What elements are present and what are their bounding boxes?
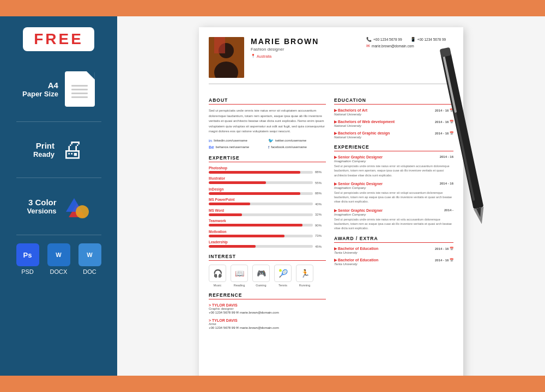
bottom-bar	[0, 376, 545, 392]
skill-item: Leadership 45%	[209, 240, 326, 248]
color-versions-icon	[63, 193, 90, 220]
skill-name: Leadership	[209, 240, 326, 244]
resume-name-area: MARIE BROWN Fashion designer 📍 Australia	[251, 37, 360, 78]
printer-icon: 🖨	[61, 137, 84, 163]
psd-format: Ps PSD	[16, 243, 39, 275]
skill-bar-bg	[209, 224, 313, 226]
skill-pct: 88%	[315, 192, 326, 195]
interest-item: 🎮 Gaming	[252, 265, 270, 287]
resume-col-right: EDUCATION ▶ Bachelors of Art 2014 - 16 📅…	[334, 92, 453, 334]
top-bar	[0, 0, 545, 16]
skill-bar-bg	[209, 245, 313, 248]
ref-name: > TYLOR DAVIS	[209, 303, 326, 307]
exp-desc: Sed ut perspiciatis unde omnis iste natu…	[334, 217, 453, 231]
edu-title: ▶ Bachelors of Art 2014 - 16 📅	[334, 108, 453, 113]
resume-header: MARIE BROWN Fashion designer 📍 Australia…	[209, 37, 453, 84]
skill-bar-fill	[209, 203, 250, 205]
ref-name: > TYLOR DAVIS	[209, 318, 326, 322]
print-ready-section: Print Ready 🖨	[33, 137, 84, 163]
doc-format: W DOC	[78, 243, 101, 275]
ref-contacts: +00 1234 5678 99 ✉ marie.brown@domain.co…	[209, 326, 326, 329]
award-school: Tanta University	[334, 251, 453, 254]
award-item: ▶ Bachelor of Education 2014 - 16 📅 Tant…	[334, 247, 453, 254]
interest-icon: 🎧	[209, 265, 226, 282]
social-links: in linkedin.com/username 🐦 twitter.com/u…	[209, 138, 326, 150]
skill-pct: 73%	[315, 234, 326, 237]
doc-icon: W	[78, 243, 101, 266]
skill-bar-bg	[209, 171, 313, 174]
interest-icon: 🏃	[296, 265, 313, 282]
facebook-icon: f	[268, 145, 269, 150]
expertise-header: EXPERTISE	[209, 155, 326, 162]
reference-item: > TYLOR DAVIS Artist +00 1234 5678 99 ✉ …	[209, 318, 326, 329]
document-icon	[65, 71, 95, 107]
interest-item: 🏃 Running	[296, 265, 313, 287]
skill-name: Motivation	[209, 230, 326, 234]
paper-size-line2: Paper Size	[22, 90, 58, 98]
skill-pct: 88%	[315, 170, 326, 174]
award-item: ▶ Bachelor of Education 2014 - 16 📅 Tant…	[334, 258, 453, 266]
resume-name: MARIE BROWN	[251, 37, 360, 46]
resume-col-left: ABOUT Sed ut perspiciatis unde omnis ist…	[209, 92, 326, 334]
interest-item: 📖 Reading	[231, 265, 248, 287]
resume-location: 📍 Australia	[251, 54, 360, 58]
skill-pct: 40%	[315, 203, 326, 206]
reference-header: REFERENCE	[209, 292, 326, 299]
linkedin-icon: in	[209, 138, 212, 143]
behance-icon: Bé	[209, 145, 214, 150]
skill-bar-bg	[209, 181, 313, 184]
skill-name: Illustrator	[209, 176, 326, 180]
skill-bar-bg	[209, 203, 313, 205]
resume-title: Fashion designer	[251, 47, 360, 52]
sidebar: FREE A4 Paper Size Print	[0, 16, 117, 376]
psd-icon: Ps	[16, 243, 39, 266]
interest-item: 🎧 Music	[209, 265, 226, 287]
twitter-icon: 🐦	[268, 138, 274, 143]
interest-icon: 📖	[231, 265, 248, 282]
interest-icon: 🎾	[274, 265, 292, 282]
interest-label: Music	[214, 284, 221, 287]
skill-name: InDesign	[209, 187, 326, 191]
location-pin-icon: 📍	[251, 54, 256, 58]
reference-list: > TYLOR DAVIS Graphic designer +00 1234 …	[209, 303, 326, 329]
skill-bar-fill	[209, 235, 284, 237]
skill-bar-fill	[209, 192, 300, 195]
edu-title: ▶ Bachelors of Web development 2014 - 16…	[334, 120, 453, 124]
skill-name: Teamwork	[209, 219, 326, 223]
exp-desc: Sed ut perspiciatis unde omnis iste natu…	[334, 164, 453, 177]
edu-school: National University	[334, 124, 453, 127]
interest-label: Gaming	[256, 284, 266, 287]
skill-pct: 90%	[315, 224, 326, 227]
interest-icon: 🎮	[252, 265, 270, 282]
svg-point-2	[76, 205, 89, 218]
twitter-link: 🐦 twitter.com/username	[268, 138, 326, 143]
interest-row: 🎧 Music 📖 Reading 🎮 Gaming 🎾 Tennis 🏃 Ru…	[209, 265, 326, 287]
award-date: 2014 - 16 📅	[435, 258, 453, 262]
exp-title: ▶ Senior Graphic Designer 2014 - 16	[334, 155, 453, 160]
resume-paper: MARIE BROWN Fashion designer 📍 Australia…	[199, 27, 463, 376]
award-title: ▶ Bachelor of Education 2014 - 16 📅	[334, 258, 453, 262]
award-school: Tanta University	[334, 262, 453, 266]
skill-name: Photoshop	[209, 166, 326, 170]
award-title: ▶ Bachelor of Education 2014 - 16 📅	[334, 247, 453, 251]
edu-date: 2014 - 16 📅	[435, 131, 453, 136]
skill-item: InDesign 88%	[209, 187, 326, 195]
docx-icon: W	[47, 243, 70, 266]
skill-item: Photoshop 88%	[209, 166, 326, 174]
education-list: ▶ Bachelors of Art 2014 - 16 📅 National …	[334, 108, 453, 139]
skill-item: MS PowerPoint 40%	[209, 198, 326, 206]
skill-bar-fill	[209, 245, 256, 248]
phone-icon-2: 📱	[410, 37, 416, 42]
exp-company: Imagination Company	[334, 213, 453, 216]
skill-name: MS Word	[209, 209, 326, 212]
skill-bar-fill	[209, 181, 266, 184]
exp-company: Imagination Company	[334, 186, 453, 189]
award-header: AWARD / EXTRA	[334, 236, 453, 243]
exp-desc: Sed ut perspiciatis unde omnis iste natu…	[334, 191, 453, 204]
phone1-item: 📞 +00 1234 5678 99	[366, 37, 402, 42]
contact-row-1: 📞 +00 1234 5678 99 📱 +00 1234 5678 99	[366, 37, 453, 42]
interest-item: 🎾 Tennis	[274, 265, 292, 287]
award-date: 2014 - 16 📅	[435, 247, 453, 251]
edu-school: National University	[334, 136, 453, 139]
phone2-item: 📱 +00 1234 5678 99	[410, 37, 446, 42]
